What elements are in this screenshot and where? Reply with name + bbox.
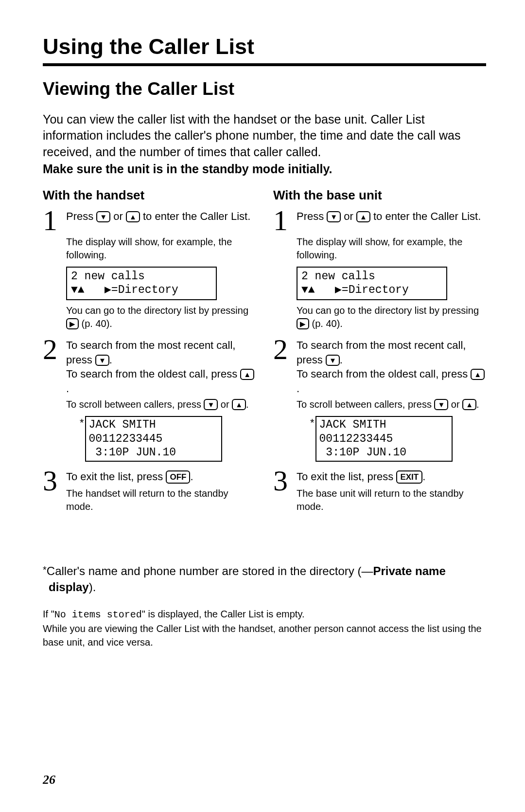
section-title: Viewing the Caller List (43, 78, 486, 100)
text: You can go to the directory list by pres… (66, 305, 248, 316)
text: . (109, 354, 112, 366)
up-key-icon: ▲ (126, 211, 140, 222)
down-key-icon: ▼ (434, 399, 448, 410)
baseunit-caller-display: * JACK SMITH 00112233445 3:10P JUN.10 (310, 416, 486, 462)
baseunit-note-4: The base unit will return to the standby… (297, 487, 486, 513)
up-key-icon: ▲ (462, 399, 476, 410)
handset-header: With the handset (43, 187, 256, 203)
asterisk: * (80, 416, 85, 430)
monospace-text: No items stored (54, 609, 142, 620)
baseunit-step-2: 2 To search from the most recent call, p… (273, 335, 486, 396)
text: . (297, 382, 299, 395)
text: To exit the list, press (297, 470, 396, 483)
step-number: 1 (273, 206, 297, 234)
text: . (246, 399, 249, 410)
text: or (448, 399, 462, 410)
text: Press (66, 210, 96, 222)
text: . (422, 470, 425, 483)
text: to enter the Caller List. (370, 210, 481, 222)
text: Caller's name and phone number are store… (47, 564, 373, 577)
bottom-note: If "No items stored" is displayed, the C… (43, 607, 486, 649)
baseunit-step-1: 1 Press ▼ or ▲ to enter the Caller List. (273, 206, 486, 234)
handset-note-2: You can go to the directory list by pres… (66, 304, 256, 330)
text: (p. 40). (309, 318, 343, 329)
text: To search from the most recent call, pre… (297, 339, 466, 366)
asterisk: * (310, 416, 315, 430)
caller-box: JACK SMITH 00112233445 3:10P JUN.10 (315, 416, 453, 462)
page-number: 26 (43, 772, 55, 788)
handset-display-1: 2 new calls ▼▲ ▶=Directory (66, 267, 217, 301)
down-key-icon: ▼ (204, 399, 218, 410)
up-key-icon: ▲ (471, 369, 485, 380)
handset-note-1: The display will show, for example, the … (66, 235, 256, 262)
text: Press (297, 210, 327, 222)
right-key-icon: ▶ (297, 318, 309, 329)
standby-note: Make sure the unit is in the standby mod… (43, 162, 486, 177)
text: . (476, 399, 479, 410)
handset-step-3: 3 To exit the list, press OFF. The hands… (43, 467, 256, 518)
text: ). (89, 580, 96, 594)
baseunit-note-1: The display will show, for example, the … (297, 235, 486, 262)
intro-text: You can view the caller list with the ha… (43, 111, 486, 161)
up-key-icon: ▲ (232, 399, 246, 410)
right-key-icon: ▶ (66, 318, 79, 329)
text: . (66, 382, 69, 395)
step-number: 3 (43, 467, 66, 494)
text: To exit the list, press (66, 470, 166, 483)
footnote: *Caller's name and phone number are stor… (43, 563, 486, 595)
step-number: 1 (43, 206, 66, 234)
text: " is displayed, the Caller List is empty… (142, 609, 305, 619)
baseunit-note-2: You can go to the directory list by pres… (297, 304, 486, 330)
baseunit-display-1: 2 new calls ▼▲ ▶=Directory (297, 267, 447, 301)
baseunit-header: With the base unit (273, 187, 486, 203)
text: or (110, 210, 126, 222)
asterisk: * (43, 564, 47, 575)
text: You can go to the directory list by pres… (297, 305, 479, 316)
handset-note-4: The handset will return to the standby m… (66, 487, 256, 513)
baseunit-note-3: To scroll between callers, press ▼ or ▲. (297, 398, 486, 411)
down-key-icon: ▼ (326, 355, 340, 366)
down-key-icon: ▼ (96, 211, 110, 222)
step-number: 2 (43, 335, 66, 362)
text: To search from the oldest call, press (66, 368, 240, 380)
down-key-icon: ▼ (327, 211, 341, 222)
baseunit-step-3: 3 To exit the list, press EXIT. The base… (273, 467, 486, 518)
text: To search from the oldest call, press (297, 368, 471, 380)
text: or (341, 210, 356, 222)
step-number: 3 (273, 467, 297, 494)
text: To search from the most recent call, pre… (66, 339, 235, 366)
handset-step-2: 2 To search from the most recent call, p… (43, 335, 256, 396)
baseunit-column: With the base unit 1 Press ▼ or ▲ to ent… (273, 187, 486, 519)
step-number: 2 (273, 335, 297, 362)
text: or (218, 399, 232, 410)
exit-key: EXIT (396, 470, 422, 484)
up-key-icon: ▲ (240, 369, 254, 380)
text: . (190, 470, 193, 483)
text: . (340, 354, 343, 366)
text: To scroll between callers, press (66, 399, 204, 410)
text: If " (43, 609, 54, 619)
text: While you are viewing the Caller List wi… (43, 623, 482, 648)
off-key: OFF (166, 470, 190, 484)
text: (p. 40). (79, 318, 112, 329)
handset-caller-display: * JACK SMITH 00112233445 3:10P JUN.10 (80, 416, 256, 462)
handset-note-3: To scroll between callers, press ▼ or ▲. (66, 398, 256, 411)
up-key-icon: ▲ (356, 211, 370, 222)
two-column-layout: With the handset 1 Press ▼ or ▲ to enter… (43, 187, 486, 519)
page-title: Using the Caller List (43, 33, 486, 66)
text: to enter the Caller List. (140, 210, 250, 222)
handset-step-1: 1 Press ▼ or ▲ to enter the Caller List. (43, 206, 256, 234)
caller-box: JACK SMITH 00112233445 3:10P JUN.10 (85, 416, 222, 462)
text: To scroll between callers, press (297, 399, 434, 410)
handset-column: With the handset 1 Press ▼ or ▲ to enter… (43, 187, 256, 519)
down-key-icon: ▼ (95, 355, 109, 366)
